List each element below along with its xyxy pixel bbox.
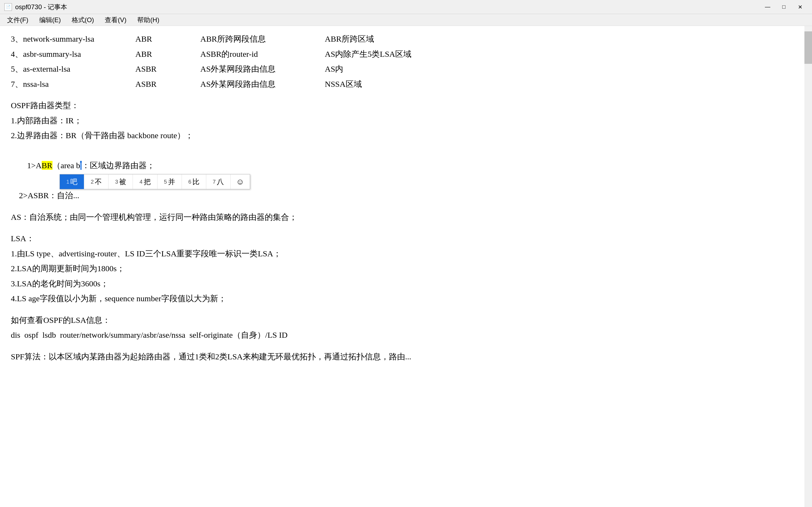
abr-highlight: BR [42,161,52,170]
table-row: 4、asbr-summary-lsa ABR ASBR的router-id AS… [11,47,801,62]
menu-file[interactable]: 文件(F) [2,15,33,25]
cell-3-3: AS外某网段路由信息 [200,61,325,76]
ime-char-3: 被 [119,177,126,186]
window-controls[interactable]: — □ ✕ [760,2,808,12]
ime-candidate-5[interactable]: 5 并 [157,174,182,189]
cell-2-3: ASBR的router-id [200,47,325,62]
cell-4-3: AS外某网段路由信息 [200,76,325,92]
ime-num-3: 3 [115,179,118,185]
cell-3-1: 5、as-external-lsa [11,61,135,76]
menu-format[interactable]: 格式(O) [67,15,99,25]
spf-line: SPF算法：以本区域内某路由器为起始路由器，通过1类和2类LSA来构建无环最优拓… [11,349,801,364]
ime-emoji-button[interactable]: ☺ [231,174,250,189]
ime-num-4: 4 [139,179,142,185]
abr-area: （area b [52,161,80,170]
title-bar: 📄 ospf0730 - 记事本 — □ ✕ [0,0,812,14]
table-row: 5、as-external-lsa ASBR AS外某网段路由信息 AS内 [11,61,801,76]
ime-char-1: 吧 [70,177,78,186]
minimize-button[interactable]: — [760,2,775,12]
ime-num-1: 1 [66,179,69,185]
lsa-query-heading: 如何查看OSPF的LSA信息： [11,313,801,328]
lsa-line-2: 2.LSA的周期更新时间为1800s； [11,261,801,276]
abr-desc: ：区域边界路由器； [82,161,155,170]
ime-num-7: 7 [213,179,216,185]
cell-4-4: NSSA区域 [325,76,801,92]
ime-char-6: 比 [193,177,200,186]
lsa-heading: LSA： [11,231,801,246]
menu-help[interactable]: 帮助(H) [132,15,164,25]
table-row: 7、nssa-lsa ASBR AS外某网段路由信息 NSSA区域 [11,76,801,92]
ime-candidate-3[interactable]: 3 被 [108,174,133,189]
cell-2-2: ABR [135,47,200,62]
cell-2-4: AS内除产生5类LSA区域 [325,47,801,62]
br-line: 2.边界路由器：BR（骨干路由器 backbone route）； [11,128,801,143]
ime-char-2: 不 [95,177,102,186]
menu-bar: 文件(F) 编辑(E) 格式(O) 查看(V) 帮助(H) [0,14,812,26]
table-row: 3、network-summary-lsa ABR ABR所跨网段信息 ABR所… [11,32,801,47]
lsa-line-3: 3.LSA的老化时间为3600s； [11,276,801,291]
ime-candidate-2[interactable]: 2 不 [84,174,108,189]
scrollbar[interactable] [804,26,812,507]
text-content[interactable]: 3、network-summary-lsa ABR ABR所跨网段信息 ABR所… [0,26,812,507]
ospf-heading: OSPF路由器类型： [11,98,801,113]
ime-char-5: 并 [168,177,175,186]
cell-4-2: ASBR [135,76,200,92]
maximize-button[interactable]: □ [776,2,792,12]
lsa-line-1: 1.由LS type、advertising-router、LS ID三个LSA… [11,246,801,261]
cell-1-4: ABR所跨区域 [325,32,801,47]
menu-view[interactable]: 查看(V) [100,15,131,25]
abr-indent: 1>A [19,161,42,170]
cell-4-1: 7、nssa-lsa [11,76,135,92]
ime-num-6: 6 [188,179,191,185]
ime-candidate-bar[interactable]: 1 吧 2 不 3 被 4 把 5 并 6 比 7 八 ☺ [59,174,250,189]
close-button[interactable]: ✕ [793,2,808,12]
ime-candidate-1[interactable]: 1 吧 [60,174,84,189]
asbr-line: 2>ASBR：自治... [11,188,801,203]
title-bar-left: 📄 ospf0730 - 记事本 [4,3,67,11]
ime-candidate-6[interactable]: 6 比 [182,174,206,189]
cell-3-4: AS内 [325,61,801,76]
as-definition: AS：自治系统；由同一个管理机构管理，运行同一种路由策略的路由器的集合； [11,210,801,225]
menu-edit[interactable]: 编辑(E) [34,15,66,25]
ime-num-2: 2 [91,179,94,185]
window-title: ospf0730 - 记事本 [15,3,67,11]
app-icon: 📄 [4,3,12,11]
ime-candidate-4[interactable]: 4 把 [133,174,157,189]
ime-num-5: 5 [164,179,167,185]
ir-line: 1.内部路由器：IR； [11,113,801,128]
lsa-query-command: dis ospf lsdb router/network/summary/asb… [11,328,801,343]
cell-2-1: 4、asbr-summary-lsa [11,47,135,62]
ime-char-7: 八 [217,177,224,186]
cell-1-3: ABR所跨网段信息 [200,32,325,47]
cell-1-1: 3、network-summary-lsa [11,32,135,47]
cell-3-2: ASBR [135,61,200,76]
ime-char-4: 把 [144,177,151,186]
scrollbar-thumb[interactable] [804,32,812,64]
ime-candidate-7[interactable]: 7 八 [206,174,231,189]
lsa-line-4: 4.LS age字段值以小为新，sequence number字段值以大为新； [11,291,801,306]
cell-1-2: ABR [135,32,200,47]
